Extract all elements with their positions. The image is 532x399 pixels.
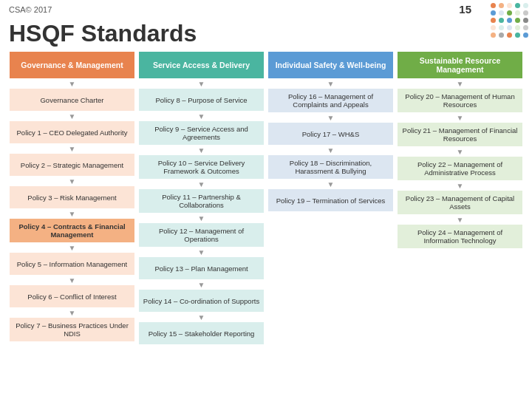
arrow-2d: ▼ <box>139 181 264 188</box>
arrow-3d: ▼ <box>268 181 393 188</box>
policy-gov-4: Policy 4 – Contracts & Financial Managem… <box>10 219 134 242</box>
column-safety: Individual Safety & Well-being ▼ Policy … <box>266 52 395 347</box>
arrow-3: ▼ <box>268 81 393 88</box>
col-header-service: Service Access & Delivery <box>139 52 264 78</box>
arrow-2e: ▼ <box>139 215 264 222</box>
policy-safe-17: Policy 17 – WH&S <box>268 123 393 145</box>
arrow-2b: ▼ <box>139 113 264 120</box>
policy-svc-10: Policy 10 – Service Delivery Framework &… <box>139 155 264 179</box>
col-header-resource: Sustainable Resource Management <box>398 52 522 78</box>
policy-svc-9: Policy 9 – Service Access and Agreements <box>139 121 264 145</box>
copyright-label: CSA© 2017 <box>9 5 52 14</box>
policy-gov-5: Policy 5 – Information Management <box>10 253 134 275</box>
arrow-4d: ▼ <box>398 183 522 190</box>
policy-svc-11: Policy 11 – Partnership & Collaborations <box>139 189 264 213</box>
policy-svc-8: Policy 8 – Purpose of Service <box>139 89 264 111</box>
policy-gov-1: Policy 1 – CEO Delegated Authority <box>10 121 134 143</box>
col-header-governance: Governance & Management <box>10 52 134 78</box>
arrow-2c: ▼ <box>139 147 264 154</box>
policy-svc-15: Policy 15 – Stakeholder Reporting <box>139 322 264 344</box>
policy-res-24: Policy 24 – Management of Information Te… <box>398 225 522 248</box>
policy-safe-18: Policy 18 – Discrimination, Harassment &… <box>268 155 393 179</box>
decorative-dots <box>488 0 532 41</box>
arrow-4: ▼ <box>398 81 522 88</box>
policy-svc-14: Policy 14 – Co-ordination of Supports <box>139 290 264 312</box>
policy-res-21: Policy 21 – Management of Financial Reso… <box>398 123 522 146</box>
arrow-4c: ▼ <box>398 149 522 156</box>
policy-gov-7: Policy 7 – Business Practices Under NDIS <box>10 318 134 341</box>
page-title: HSQF Standards <box>0 18 532 52</box>
policy-gov-6: Policy 6 – Conflict of Interest <box>10 285 134 307</box>
policy-res-23: Policy 23 – Management of Capital Assets <box>398 191 522 214</box>
arrow-2h: ▼ <box>139 314 264 321</box>
column-service: Service Access & Delivery ▼ Policy 8 – P… <box>137 52 266 347</box>
arrow-4b: ▼ <box>398 115 522 122</box>
column-resource: Sustainable Resource Management ▼ Policy… <box>395 52 525 347</box>
arrow-1d: ▼ <box>10 178 134 185</box>
policy-res-20: Policy 20 – Management of Human Resource… <box>398 89 522 112</box>
policy-safe-16: Policy 16 – Management of Complaints and… <box>268 89 393 112</box>
col-header-safety: Individual Safety & Well-being <box>268 52 393 78</box>
arrow-2: ▼ <box>139 81 264 88</box>
policy-gov-2: Policy 2 – Strategic Management <box>10 154 134 176</box>
arrow-3c: ▼ <box>268 147 393 154</box>
arrow-1f: ▼ <box>10 245 134 252</box>
arrow-3b: ▼ <box>268 115 393 122</box>
arrow-1b: ▼ <box>10 113 134 120</box>
policy-gov-charter: Governance Charter <box>10 89 134 111</box>
page-number: 15 <box>459 3 471 16</box>
arrow-4e: ▼ <box>398 216 522 224</box>
policy-svc-12: Policy 12 – Management of Operations <box>139 223 264 247</box>
column-governance: Governance & Management ▼ Governance Cha… <box>7 52 137 347</box>
arrow-1: ▼ <box>10 81 134 88</box>
policy-gov-3: Policy 3 – Risk Management <box>10 186 134 208</box>
policy-res-22: Policy 22 – Management of Administrative… <box>398 157 522 180</box>
arrow-2f: ▼ <box>139 249 264 256</box>
arrow-1c: ▼ <box>10 146 134 153</box>
arrow-2g: ▼ <box>139 282 264 289</box>
policy-svc-13: Policy 13 – Plan Management <box>139 257 264 279</box>
arrow-1g: ▼ <box>10 277 134 284</box>
arrow-1e: ▼ <box>10 211 134 218</box>
policy-safe-19: Policy 19 – Termination of Services <box>268 189 393 211</box>
arrow-1h: ▼ <box>10 310 134 317</box>
standards-grid: Governance & Management ▼ Governance Cha… <box>0 52 532 347</box>
